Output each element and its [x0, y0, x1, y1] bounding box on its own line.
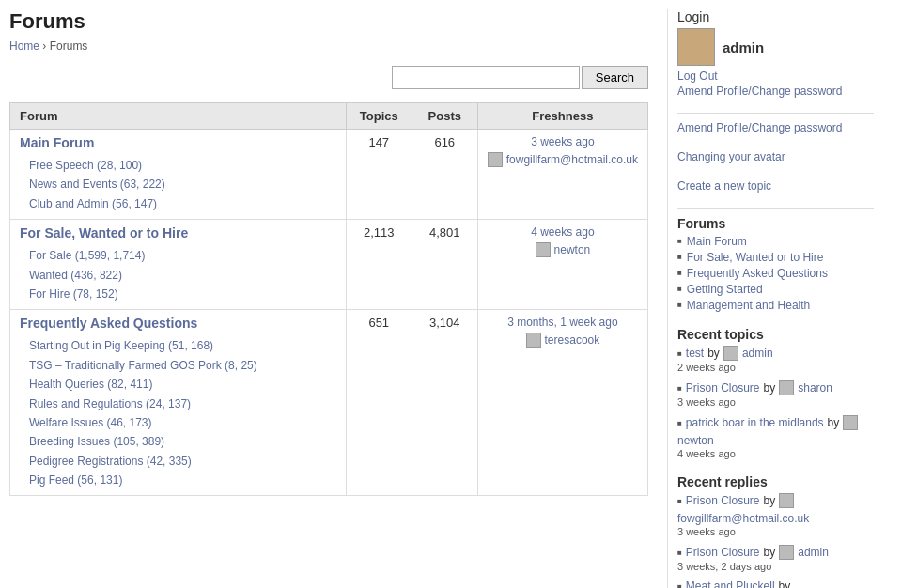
- recent-reply-item: ■Meat and Pluckell by: [677, 580, 874, 588]
- freshness-time-link[interactable]: 3 weeks ago: [531, 135, 594, 148]
- forum-link[interactable]: For Sale, Wanted or to Hire: [20, 225, 188, 240]
- amend-profile2-link[interactable]: Amend Profile/Change password: [677, 121, 874, 134]
- breadcrumb-home[interactable]: Home: [9, 39, 39, 53]
- by-text: by: [707, 347, 720, 360]
- sidebar-forum-item: For Sale, Wanted or to Hire: [677, 251, 874, 264]
- bullet-icon: ■: [677, 549, 682, 557]
- amend-profile-link[interactable]: Amend Profile/Change password: [677, 85, 874, 98]
- recent-reply-link[interactable]: Prison Closure: [686, 494, 760, 507]
- freshness-user-link[interactable]: newton: [554, 243, 591, 256]
- user-mini-avatar: [779, 493, 794, 508]
- sub-forum-link[interactable]: Wanted (436, 822): [29, 266, 336, 285]
- search-input[interactable]: [392, 66, 580, 89]
- recent-replies-section: Recent replies ■Prison Closure by fowgil…: [677, 474, 874, 588]
- sub-forum-link[interactable]: News and Events (63, 222): [29, 175, 336, 193]
- forums-table: Forum Topics Posts Freshness Main ForumF…: [9, 102, 648, 496]
- breadcrumb-current: Forums: [50, 39, 88, 53]
- forum-title-cell: Frequently Asked QuestionsStarting Out i…: [10, 310, 347, 496]
- login-box: admin: [677, 28, 874, 66]
- sidebar-forum-link[interactable]: Management and Health: [687, 299, 810, 312]
- recent-topics-section: Recent topics ■test by admin2 weeks ago■…: [677, 327, 874, 459]
- sub-forum-link[interactable]: For Hire (78, 152): [29, 285, 336, 303]
- recent-reply-time: 3 weeks ago: [677, 526, 874, 537]
- by-text: by: [764, 494, 776, 507]
- sidebar-forums-list: Main ForumFor Sale, Wanted or to HireFre…: [677, 235, 874, 312]
- recent-reply-user-link[interactable]: fowgillfarm@hotmail.co.uk: [677, 512, 809, 525]
- sub-forum-link[interactable]: Health Queries (82, 411): [29, 375, 336, 394]
- sidebar-forum-link[interactable]: Getting Started: [687, 283, 763, 296]
- freshness-user-link[interactable]: fowgillfarm@hotmail.co.uk: [506, 153, 638, 166]
- breadcrumb: Home › Forums: [9, 39, 648, 53]
- recent-topic-user-link[interactable]: newton: [677, 434, 714, 447]
- sub-forums: Starting Out in Pig Keeping (51, 168)TSG…: [20, 336, 336, 489]
- recent-reply-link[interactable]: Meat and Pluckell: [686, 580, 775, 588]
- admin-name: admin: [723, 39, 764, 55]
- topics-cell: 2,113: [346, 220, 412, 310]
- freshness-user: teresacook: [488, 333, 638, 348]
- sub-forum-link[interactable]: Club and Admin (56, 147): [29, 194, 336, 213]
- divider-1: [677, 113, 874, 114]
- sidebar: Login admin Log Out Amend Profile/Change…: [667, 9, 874, 588]
- create-topic-link[interactable]: Create a new topic: [677, 179, 874, 193]
- sidebar-forum-item: Getting Started: [677, 283, 874, 296]
- forum-link[interactable]: Main Forum: [20, 135, 94, 150]
- recent-reply-link[interactable]: Prison Closure: [686, 546, 760, 559]
- bullet-icon: ■: [677, 497, 682, 505]
- extra-links-section: Amend Profile/Change password Changing y…: [677, 121, 874, 193]
- by-text: by: [764, 381, 776, 395]
- recent-topic-time: 2 weeks ago: [677, 362, 874, 373]
- sub-forum-link[interactable]: Welfare Issues (46, 173): [29, 413, 336, 432]
- freshness-user-link[interactable]: teresacook: [545, 333, 600, 347]
- freshness-time-link[interactable]: 3 months, 1 week ago: [507, 316, 617, 329]
- bullet-icon: ■: [677, 419, 682, 427]
- sub-forums: Free Speech (28, 100)News and Events (63…: [20, 156, 336, 213]
- sidebar-forum-item: Main Forum: [677, 235, 874, 248]
- forum-title-cell: For Sale, Wanted or to HireFor Sale (1,5…: [10, 220, 347, 310]
- search-button[interactable]: Search: [582, 66, 648, 89]
- freshness-time-link[interactable]: 4 weeks ago: [531, 225, 594, 239]
- recent-reply-user-link[interactable]: admin: [798, 546, 829, 559]
- recent-replies-list: ■Prison Closure by fowgillfarm@hotmail.c…: [677, 493, 874, 588]
- sub-forum-link[interactable]: Rules and Regulations (24, 137): [29, 395, 336, 413]
- sidebar-forum-link[interactable]: For Sale, Wanted or to Hire: [687, 251, 824, 264]
- change-avatar-link[interactable]: Changing your avatar: [677, 150, 874, 163]
- bullet-icon: ■: [677, 582, 682, 589]
- sub-forum-link[interactable]: Starting Out in Pig Keeping (51, 168): [29, 336, 336, 355]
- col-forum: Forum: [10, 103, 347, 130]
- table-row: Main ForumFree Speech (28, 100)News and …: [10, 130, 648, 220]
- recent-topic-user-link[interactable]: admin: [742, 347, 773, 360]
- user-mini-avatar: [779, 545, 794, 560]
- topic-line: ■test by admin: [677, 346, 874, 361]
- sub-forum-link[interactable]: TSG – Traditionally Farmed GOS Pork (8, …: [29, 356, 336, 375]
- recent-topic-link[interactable]: test: [686, 347, 704, 360]
- search-bar: Search: [9, 66, 648, 89]
- sub-forum-link[interactable]: For Sale (1,599, 1,714): [29, 246, 336, 265]
- topics-cell: 147: [346, 130, 412, 220]
- bullet-icon: ■: [677, 349, 682, 358]
- forum-link[interactable]: Frequently Asked Questions: [20, 316, 197, 331]
- recent-topic-link[interactable]: Prison Closure: [686, 381, 760, 395]
- recent-topic-user-link[interactable]: sharon: [798, 381, 832, 395]
- sub-forums: For Sale (1,599, 1,714)Wanted (436, 822)…: [20, 246, 336, 303]
- sidebar-forum-link[interactable]: Main Forum: [687, 235, 747, 248]
- recent-reply-item: ■Prison Closure by admin3 weeks, 2 days …: [677, 545, 874, 572]
- sub-forum-link[interactable]: Pedigree Registrations (42, 335): [29, 452, 336, 471]
- forums-section-title: Forums: [677, 216, 874, 231]
- logout-link[interactable]: Log Out: [677, 70, 874, 83]
- login-label: Login: [677, 9, 874, 24]
- recent-topic-item: ■patrick boar in the midlands by newton4…: [677, 415, 874, 459]
- freshness-cell: 3 weeks agofowgillfarm@hotmail.co.uk: [477, 130, 647, 220]
- recent-topic-link[interactable]: patrick boar in the midlands: [686, 416, 824, 429]
- freshness-cell: 3 months, 1 week agoteresacook: [477, 310, 647, 496]
- sub-forum-link[interactable]: Pig Feed (56, 131): [29, 471, 336, 489]
- user-mini-avatar: [843, 415, 858, 430]
- recent-topics-title: Recent topics: [677, 327, 874, 342]
- sub-forum-link[interactable]: Breeding Issues (105, 389): [29, 432, 336, 451]
- recent-topic-item: ■test by admin2 weeks ago: [677, 346, 874, 373]
- col-posts: Posts: [412, 103, 477, 130]
- bullet-icon: ■: [677, 384, 682, 393]
- freshness-user: fowgillfarm@hotmail.co.uk: [488, 152, 638, 167]
- sidebar-forum-link[interactable]: Frequently Asked Questions: [687, 267, 828, 280]
- topics-cell: 651: [346, 310, 412, 496]
- sub-forum-link[interactable]: Free Speech (28, 100): [29, 156, 336, 175]
